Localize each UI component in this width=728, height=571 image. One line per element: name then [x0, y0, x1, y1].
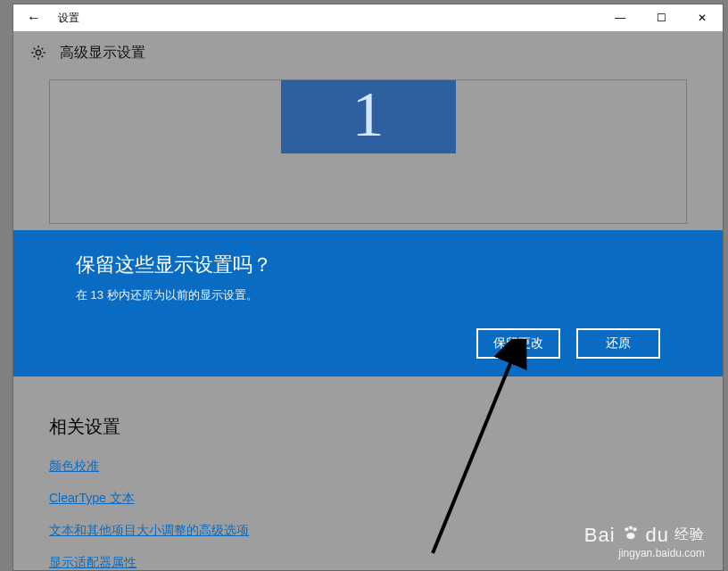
- minimize-button[interactable]: —: [600, 4, 641, 31]
- dialog-message: 在 13 秒内还原为以前的显示设置。: [76, 287, 687, 303]
- watermark-brand-part3: 经验: [674, 525, 705, 544]
- revert-button[interactable]: 还原: [576, 328, 660, 359]
- related-heading: 相关设置: [49, 415, 687, 439]
- window-controls: — ☐ ✕: [600, 4, 723, 31]
- close-icon: ✕: [698, 12, 707, 24]
- close-button[interactable]: ✕: [682, 4, 723, 31]
- link-cleartype-text[interactable]: ClearType 文本: [49, 491, 687, 507]
- link-color-calibration[interactable]: 颜色校准: [49, 459, 687, 475]
- monitor-number: 1: [352, 79, 385, 152]
- svg-point-5: [626, 533, 634, 539]
- maximize-button[interactable]: ☐: [641, 4, 682, 31]
- back-button[interactable]: ←: [13, 4, 54, 31]
- paw-icon: [621, 523, 641, 547]
- dialog-button-row: 保留更改 还原: [476, 328, 660, 359]
- watermark: Bai du 经验 jingyan.baidu.com: [584, 523, 705, 559]
- gear-icon: [29, 44, 47, 62]
- content-area: 1 标识 检测: [13, 79, 723, 251]
- page-subheader: 高级显示设置: [13, 31, 723, 74]
- keep-settings-dialog: 保留这些显示设置吗？ 在 13 秒内还原为以前的显示设置。 保留更改 还原: [13, 230, 723, 377]
- maximize-icon: ☐: [657, 12, 666, 24]
- display-preview-frame: 1: [49, 79, 687, 224]
- watermark-url: jingyan.baidu.com: [584, 547, 705, 559]
- minimize-icon: —: [615, 12, 625, 24]
- back-icon: ←: [27, 10, 41, 26]
- svg-point-0: [36, 50, 40, 54]
- dialog-title: 保留这些显示设置吗？: [76, 252, 687, 278]
- svg-point-3: [628, 525, 632, 529]
- svg-point-2: [625, 527, 628, 531]
- window-titlebar: ← 设置 — ☐ ✕: [13, 4, 723, 31]
- monitor-thumbnail[interactable]: 1: [281, 79, 456, 153]
- watermark-brand-part1: Bai: [584, 524, 616, 547]
- page-subtitle: 高级显示设置: [60, 44, 145, 62]
- keep-changes-button[interactable]: 保留更改: [476, 328, 560, 359]
- watermark-brand-part2: du: [646, 524, 669, 547]
- settings-window: ← 设置 — ☐ ✕ 高级显示设置 1 标识 检测: [12, 4, 724, 571]
- window-title: 设置: [54, 11, 600, 26]
- watermark-brand: Bai du 经验: [584, 523, 705, 547]
- svg-point-4: [633, 527, 636, 531]
